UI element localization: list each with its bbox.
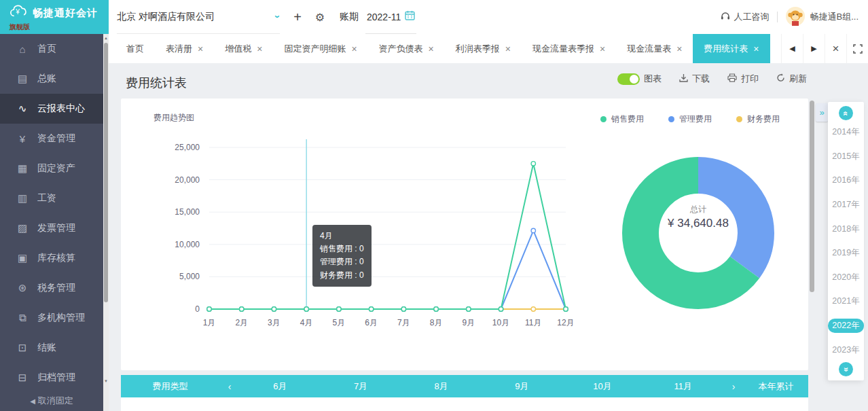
year-item-2018年[interactable]: 2018年: [828, 222, 863, 236]
legend-item-管理费用[interactable]: 管理费用: [668, 113, 712, 125]
chart-card: 费用趋势图 销售费用管理费用财务费用 05,00010,00015,00020,…: [121, 99, 808, 370]
sidebar-item-税务管理[interactable]: ⊛税务管理: [0, 273, 109, 303]
user-name: 畅捷通B组...: [810, 11, 858, 23]
sidebar-item-资金管理[interactable]: ¥资金管理: [0, 124, 109, 154]
chart-toggle[interactable]: 图表: [617, 73, 662, 85]
year-item-2015年[interactable]: 2015年: [828, 149, 863, 164]
legend-item-销售费用[interactable]: 销售费用: [600, 113, 644, 125]
sidebar-item-工资[interactable]: ▥工资: [0, 183, 109, 213]
year-item-2021年[interactable]: 2021年: [828, 294, 863, 308]
tab-close-icon[interactable]: ×: [198, 43, 203, 54]
sidebar-item-归档管理[interactable]: ⊟归档管理: [0, 363, 109, 393]
sidebar-unpin-button[interactable]: ◀ 取消固定: [0, 391, 103, 411]
tab-表清册[interactable]: 表清册×: [155, 34, 214, 63]
svg-text:5月: 5月: [333, 318, 346, 327]
tooltip-row: 销售费用 : 0: [320, 243, 364, 255]
tab-label: 增值税: [225, 43, 251, 55]
sidebar-item-label: 首页: [37, 43, 56, 55]
tab-固定资产明细账[interactable]: 固定资产明细账×: [273, 34, 367, 63]
toggle-switch[interactable]: [617, 73, 640, 85]
page-title: 费用统计表: [126, 75, 187, 91]
tab-现金流量表季报[interactable]: 现金流量表季报×: [522, 34, 616, 63]
sidebar-item-多机构管理[interactable]: ⧉多机构管理: [0, 303, 109, 333]
tab-利润表季报[interactable]: 利润表季报×: [445, 34, 522, 63]
sidebar-item-总账[interactable]: ▤总账: [0, 64, 109, 94]
sidebar-item-库存核算[interactable]: ▣库存核算: [0, 243, 109, 273]
svg-text:¥: ¥: [15, 8, 20, 16]
tab-费用统计表[interactable]: 费用统计表×: [693, 34, 770, 63]
tab-close-icon[interactable]: ×: [429, 43, 434, 54]
chart-toggle-label: 图表: [644, 73, 662, 85]
year-item-2016年[interactable]: 2016年: [828, 173, 863, 187]
year-scroll-up-button[interactable]: «: [839, 106, 853, 120]
svg-text:10,000: 10,000: [175, 240, 200, 249]
user-menu[interactable]: 畅捷通B组...: [786, 7, 858, 28]
expense-table-row: [121, 397, 808, 411]
column-header-expense-type: 费用类型: [121, 380, 219, 393]
svg-text:3月: 3月: [268, 318, 281, 327]
year-item-2019年[interactable]: 2019年: [828, 246, 863, 260]
collapse-year-panel-button[interactable]: »: [816, 103, 828, 122]
sidebar-item-结账[interactable]: ⊡结账: [0, 333, 109, 363]
tab-close-icon[interactable]: ×: [257, 43, 262, 54]
svg-text:15,000: 15,000: [175, 207, 200, 217]
double-chevron-right-icon: »: [819, 107, 824, 118]
tab-现金流量表[interactable]: 现金流量表×: [616, 34, 693, 63]
tabs-scroll-right-icon[interactable]: ▶: [803, 34, 825, 63]
sidebar-item-首页[interactable]: ⌂首页: [0, 34, 109, 64]
fullscreen-icon[interactable]: [846, 34, 868, 63]
tooltip-row: 财务费用 : 0: [320, 269, 364, 282]
sidebar-item-label: 资金管理: [37, 132, 75, 145]
tab-close-icon[interactable]: ×: [676, 43, 682, 54]
refresh-label: 刷新: [789, 73, 807, 85]
scroll-up-icon[interactable]: ▲: [103, 36, 109, 40]
year-item-2014年[interactable]: 2014年: [828, 125, 863, 139]
sidebar-item-固定资产[interactable]: ▦固定资产: [0, 154, 109, 183]
tabs-scroll-left-icon[interactable]: ◀: [781, 34, 803, 63]
sidebar-item-label: 结账: [37, 342, 56, 354]
tab-资产负债表[interactable]: 资产负债表×: [368, 34, 445, 63]
divider: [777, 12, 778, 22]
product-name: 畅捷通好会计: [33, 7, 98, 20]
year-item-2020年[interactable]: 2020年: [828, 270, 863, 285]
period-selector[interactable]: 2022-11: [365, 0, 416, 34]
download-button[interactable]: 下载: [679, 73, 710, 85]
tab-close-icon[interactable]: ×: [505, 43, 511, 54]
print-button[interactable]: 打印: [727, 73, 759, 85]
gear-icon[interactable]: ⚙: [311, 0, 329, 34]
svg-text:11月: 11月: [525, 318, 541, 327]
print-label: 打印: [741, 73, 759, 85]
year-item-2022年[interactable]: 2022年: [828, 319, 863, 333]
tab-close-icon[interactable]: ×: [753, 43, 759, 54]
main-scroll-thumb[interactable]: [810, 101, 814, 292]
prev-months-icon[interactable]: ‹: [219, 381, 240, 392]
tab-增值税[interactable]: 增值税×: [214, 34, 273, 63]
legend-item-财务费用[interactable]: 财务费用: [736, 113, 780, 125]
inventory-icon: ▣: [16, 252, 29, 264]
add-company-button[interactable]: +: [289, 0, 306, 34]
download-icon: [679, 73, 688, 84]
close-all-tabs-icon[interactable]: ×: [825, 34, 846, 63]
next-months-icon[interactable]: ›: [723, 381, 744, 392]
tab-label: 利润表季报: [456, 43, 500, 55]
svg-text:20,000: 20,000: [175, 175, 200, 185]
year-scroll-down-button[interactable]: «: [839, 362, 853, 376]
sidebar-item-发票管理[interactable]: ▨发票管理: [0, 213, 109, 243]
refresh-icon: [776, 73, 785, 84]
sidebar-item-label: 发票管理: [37, 222, 75, 234]
calendar-icon: [405, 10, 415, 23]
company-selector[interactable]: 北京 对啊酒店有限公司 ›: [117, 0, 280, 34]
year-item-2023年[interactable]: 2023年: [828, 343, 863, 357]
support-link[interactable]: 人工咨询: [721, 11, 769, 23]
chart-legend: 销售费用管理费用财务费用: [600, 113, 780, 125]
svg-text:12月: 12月: [557, 318, 574, 327]
tab-close-icon[interactable]: ×: [351, 43, 357, 54]
sidebar-item-云报表中心[interactable]: ∿云报表中心: [0, 94, 109, 124]
refresh-button[interactable]: 刷新: [776, 73, 807, 85]
tab-首页[interactable]: 首页: [115, 34, 155, 63]
tab-close-icon[interactable]: ×: [600, 43, 605, 54]
scroll-down-icon[interactable]: ▼: [103, 379, 109, 383]
sidebar-scroll-thumb[interactable]: [104, 43, 108, 302]
tooltip-row: 管理费用 : 0: [320, 255, 364, 268]
year-item-2017年[interactable]: 2017年: [828, 198, 863, 212]
